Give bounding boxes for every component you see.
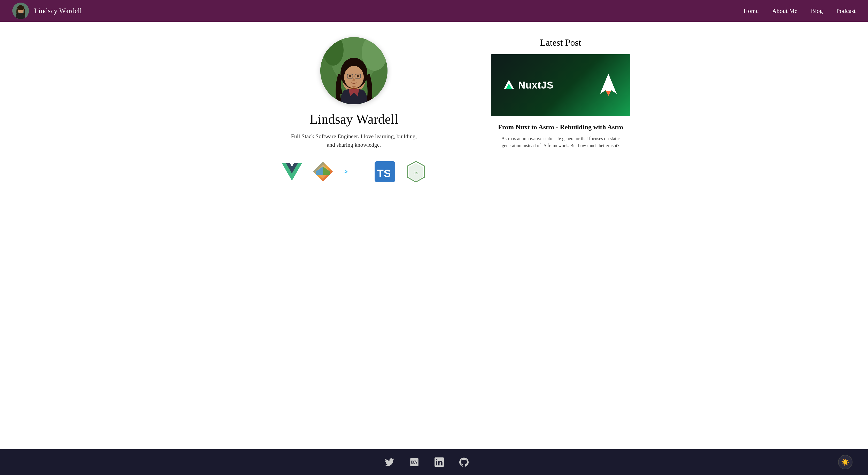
latest-post-section: Latest Post NuxtJS: [491, 37, 630, 152]
nav-link-about[interactable]: About Me: [772, 7, 798, 14]
nav-links: Home About Me Blog Podcast: [743, 7, 856, 14]
svg-point-3: [17, 5, 24, 10]
jetbrains-icon: [313, 161, 333, 183]
profile-picture: [320, 37, 388, 104]
post-card-title: From Nuxt to Astro - Rebuilding with Ast…: [494, 124, 627, 131]
main-content: Lindsay Wardell Full Stack Software Engi…: [217, 22, 651, 449]
nav-link-blog[interactable]: Blog: [811, 7, 823, 14]
svg-text:TS: TS: [377, 167, 391, 179]
tailwind-icon: [344, 164, 364, 180]
footer-icons: [16, 457, 838, 467]
github-icon[interactable]: [459, 457, 469, 467]
nuxt-text: NuxtJS: [518, 80, 554, 91]
nuxt-logo-area: NuxtJS: [501, 79, 554, 91]
post-card-body: From Nuxt to Astro - Rebuilding with Ast…: [491, 116, 630, 152]
theme-toggle-button[interactable]: ☀️: [838, 455, 852, 469]
twitter-icon[interactable]: [385, 457, 394, 467]
svg-text:JS: JS: [413, 171, 418, 175]
svg-point-16: [349, 75, 351, 77]
navbar: Lindsay Wardell Home About Me Blog Podca…: [0, 0, 868, 22]
profile-section: Lindsay Wardell Full Stack Software Engi…: [238, 37, 470, 183]
post-card-description: Astro is an innovative static site gener…: [494, 135, 627, 149]
person-name: Lindsay Wardell: [310, 111, 398, 127]
nodejs-icon: JS: [406, 161, 426, 183]
nav-link-home[interactable]: Home: [743, 7, 759, 14]
typescript-icon: TS: [375, 161, 395, 183]
linkedin-icon[interactable]: [435, 457, 444, 467]
astro-logo-area: [597, 70, 620, 100]
nav-link-podcast[interactable]: Podcast: [836, 7, 856, 14]
vue-icon: [282, 161, 302, 183]
post-card-image: NuxtJS: [491, 54, 630, 116]
person-bio: Full Stack Software Engineer. I love lea…: [287, 132, 421, 149]
latest-post-heading: Latest Post: [540, 37, 581, 48]
footer: ☀️: [0, 449, 868, 475]
devto-icon[interactable]: [410, 457, 419, 467]
tech-icons-row: TS JS: [282, 161, 426, 183]
svg-point-17: [357, 75, 359, 77]
nav-brand-name: Lindsay Wardell: [34, 7, 82, 15]
nav-avatar: [12, 3, 29, 19]
post-card[interactable]: NuxtJS From Nuxt to Astro - Rebuilding w…: [491, 54, 630, 152]
nav-brand: Lindsay Wardell: [12, 3, 743, 19]
